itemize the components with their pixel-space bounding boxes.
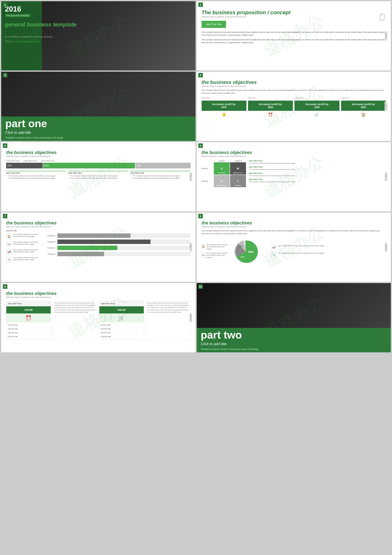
price-icon-2: 🛒 bbox=[99, 314, 144, 322]
itext-left-0: The concepts national income and nationa… bbox=[206, 244, 228, 250]
timeline-item-1: May 2013 Increaser profit by30% ⏰ bbox=[248, 97, 293, 117]
slide2-sub: what we hope to achieve in the short and… bbox=[202, 16, 386, 18]
sr-title-0: ADD THE TITLE bbox=[249, 160, 386, 162]
slide3-click-title: Click to add title bbox=[5, 131, 31, 135]
timeline-month-1: May 2013 bbox=[248, 97, 293, 100]
ibox-right-1: 📎 bbox=[271, 252, 276, 257]
price-card-3: The concepts national income and nationa… bbox=[145, 301, 190, 340]
timeline-month-0: April 2013 bbox=[202, 97, 247, 100]
slide4-num: 4 bbox=[198, 73, 203, 77]
itext-right-1: The concepts national income and nationa… bbox=[278, 252, 324, 254]
slide5-title: the business objectives bbox=[6, 150, 191, 155]
hbar-fill-1 bbox=[58, 240, 151, 244]
bar-label-1: ADD THE TITLE bbox=[24, 160, 37, 162]
check-0-1: The concepts national income and nationa… bbox=[6, 177, 66, 179]
slide-grid: 1 2016 The year-end summary general busi… bbox=[0, 0, 392, 354]
icon-box-0: 🏠 bbox=[6, 234, 12, 239]
price-body-1: The concepts national income and nationa… bbox=[53, 301, 97, 314]
swot-matrix: positive negative internal Sstrengths WW… bbox=[202, 160, 247, 188]
pie-chart: 58% 23% 10% bbox=[231, 237, 260, 266]
slide6-swot: positive negative internal Sstrengths WW… bbox=[202, 160, 386, 188]
swot-right-1: ADD THE TITLE The concepts national inco… bbox=[249, 166, 386, 170]
slide5-bottom: ADD THE TITLE The concepts national inco… bbox=[6, 171, 191, 179]
icon-row-0: 🏠 The concepts national income and natio… bbox=[6, 234, 39, 239]
pie-label-1: 23% bbox=[240, 256, 245, 258]
slide4-title: the business objectives bbox=[202, 80, 386, 85]
check-2-1: The concepts national income and nationa… bbox=[130, 177, 190, 179]
swot-w: WWeaknesses bbox=[230, 162, 246, 175]
swot-o-label: opportunities bbox=[217, 184, 227, 186]
icon-row-3: 📎 The concepts national income and natio… bbox=[6, 257, 39, 262]
slide1-year: 2016 bbox=[5, 5, 21, 14]
pie-label-2: 10% bbox=[239, 245, 243, 248]
swot-right-0: ADD THE TITLE The concepts national inco… bbox=[249, 160, 386, 164]
slide2-body2: The concepts national income and nationa… bbox=[202, 38, 386, 44]
slide1-num: 1 bbox=[3, 2, 7, 7]
pie-label-0: 58% bbox=[248, 250, 254, 254]
slide5-num: 5 bbox=[3, 143, 7, 148]
sr-text-3: The concepts national income and nationa… bbox=[249, 181, 386, 183]
timeline-icon-1: ⏰ bbox=[248, 112, 293, 117]
bar-0: 20% bbox=[6, 163, 43, 168]
swot-cells-1: Oopportunities Tthreats bbox=[214, 175, 246, 187]
slide6-num: 6 bbox=[198, 143, 203, 148]
swot-pos-label: positive bbox=[214, 160, 230, 162]
hbar-label-0: Category 4 bbox=[42, 235, 56, 237]
slide-6: 6 .... the business objectives what we h… bbox=[197, 142, 391, 212]
swot-labels-top: positive negative bbox=[202, 160, 247, 162]
check-1-0: The concepts national income and nationa… bbox=[68, 175, 128, 177]
slide6-sub: what we hope to achieve in the short and… bbox=[202, 155, 386, 157]
timeline-item-2: June 2013 Increaser profit by30% 🛒 bbox=[294, 97, 339, 117]
price-row-0-2: Add The Title bbox=[7, 331, 50, 335]
slide1-title: general business template bbox=[5, 22, 77, 28]
icon-box-2: 📢 bbox=[6, 249, 12, 255]
hbar-2: Category 2 bbox=[42, 246, 191, 250]
col-title-0: ADD THE TITLE bbox=[6, 171, 66, 174]
slide5-bars-row: 20% 50% 30% bbox=[6, 163, 191, 168]
slide9-page-label: Page 01 bbox=[189, 313, 192, 322]
icon-data-right-0: 📢 The concepts national income and natio… bbox=[271, 245, 386, 250]
slide7-page-label: Page 01 bbox=[189, 242, 192, 252]
swot-w-label: Weaknesses bbox=[233, 172, 243, 174]
timeline-item-0: April 2013 Increaser profit by30% 🖐 bbox=[202, 97, 247, 117]
slide4-body: The concepts national income and nationa… bbox=[202, 89, 386, 95]
col-title-2: ADD THE TITLE bbox=[130, 171, 190, 174]
slide2-page-label: Page 01 bbox=[385, 31, 387, 41]
slide7-bar-chart: Category 4 Category 3 Category 2 bbox=[42, 234, 191, 264]
slide8-icon-left: 🏠 The concepts national income and natio… bbox=[202, 244, 228, 261]
hbar-track-2 bbox=[58, 246, 191, 250]
icon-data-right-1: 📎 The concepts national income and natio… bbox=[271, 252, 386, 257]
hbar-label-2: Category 2 bbox=[42, 247, 56, 249]
slide-3: 3 part one Click to add title Thought fo… bbox=[1, 72, 196, 141]
swot-cells-0: Sstrengths WWeaknesses bbox=[214, 162, 246, 175]
slide2-title: The business proposition / concept bbox=[202, 9, 386, 16]
price-val-2: ¥30.89 bbox=[99, 306, 144, 314]
price-row-2-3: Add The Title bbox=[101, 335, 143, 339]
sr-title-1: ADD THE TITLE bbox=[249, 166, 386, 168]
slide5-page-label: Page 01 bbox=[189, 172, 192, 182]
slide8-sub: what we hope to achieve in the short and… bbox=[202, 226, 386, 228]
slide9-pricing: ADD THE TITLE ¥19.99 ⏰ Add The Title Add… bbox=[6, 301, 191, 340]
slide8-pie: 58% 23% 10% bbox=[231, 237, 268, 267]
bottom-col-2: ADD THE TITLE The concepts national inco… bbox=[130, 171, 190, 179]
itext-left-1: The concepts national income and nationa… bbox=[206, 252, 228, 258]
slide4-sub: what we hope to achieve in the short and… bbox=[202, 85, 386, 87]
slide2-btn[interactable]: Add The Title bbox=[202, 21, 226, 28]
swot-right-2: ADD THE TITLE The concepts national inco… bbox=[249, 172, 386, 177]
swot-neg-label: negative bbox=[230, 160, 247, 162]
slide9-title: the business objectives bbox=[6, 291, 191, 296]
swot-row-1: external Oopportunities Tthreats bbox=[202, 175, 247, 187]
swot-t-label: threats bbox=[235, 184, 241, 186]
timeline-month-3: July 2013 bbox=[341, 97, 386, 100]
price-header-2: ADD THE TITLE bbox=[99, 301, 144, 306]
check-2-0: The concepts national income and nationa… bbox=[130, 175, 190, 177]
icon-box-1: 📖 bbox=[6, 241, 12, 247]
swot-t: Tthreats bbox=[230, 175, 246, 187]
hbar-label-1: Category 3 bbox=[42, 241, 56, 243]
slide6-page-label: Page 01 bbox=[385, 172, 387, 182]
slide8-icon-right: 📢 The concepts national income and natio… bbox=[271, 245, 386, 259]
slide7-content: 🏠 The concepts national income and natio… bbox=[6, 234, 191, 264]
slide8-dots: .... bbox=[202, 217, 386, 220]
sr-title-2: ADD THE TITLE bbox=[249, 172, 386, 174]
slide9-sub: what we hope to achieve in the short and… bbox=[6, 296, 191, 298]
